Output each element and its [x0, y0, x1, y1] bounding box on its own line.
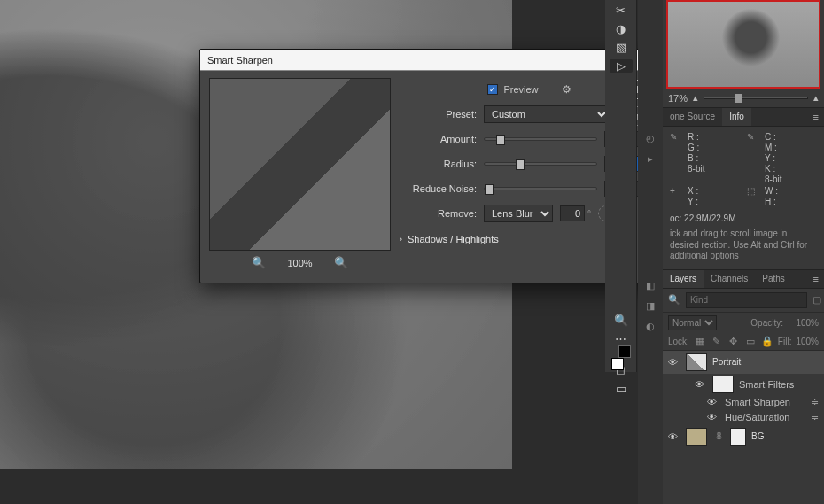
filter-blend-icon[interactable]: ≑: [811, 397, 819, 408]
check-icon: ✓: [487, 84, 498, 95]
layers-tabs: Layers Channels Paths ≡: [663, 269, 824, 289]
more-icon[interactable]: ⋯: [610, 332, 633, 345]
layers-menu-icon[interactable]: ≡: [808, 270, 824, 288]
nav-zoom-in-icon[interactable]: ▴: [813, 92, 819, 104]
swatches-panel-icon[interactable]: ◧: [644, 280, 657, 291]
lock-paint-icon[interactable]: ✎: [711, 336, 723, 347]
remove-angle-input[interactable]: [560, 205, 585, 221]
navigator-thumbnail[interactable]: [666, 0, 820, 89]
chevron-right-icon: ›: [400, 235, 402, 244]
layer-filter-input[interactable]: [686, 292, 807, 308]
panel-menu-icon[interactable]: ≡: [808, 108, 824, 126]
right-panels: 17% ▴ ▴ one Source Info ≡ ✎ R : G : B : …: [663, 0, 824, 504]
info-readout: ✎ R : G : B : 8-bit ✎ C : M : Y : K : 8-…: [663, 127, 824, 212]
eyedropper-tool-icon[interactable]: ◑: [610, 22, 633, 35]
filter-pixel-icon[interactable]: ▢: [812, 294, 821, 306]
preview-image[interactable]: [209, 78, 391, 251]
zoom-tool-icon[interactable]: 🔍: [610, 314, 633, 327]
nav-zoom-out-icon[interactable]: ▴: [693, 92, 698, 104]
actions-panel-icon[interactable]: ▸: [644, 153, 657, 165]
amount-label: Amount:: [400, 134, 484, 144]
radius-slider[interactable]: [484, 162, 597, 166]
visibility-icon[interactable]: 👁: [707, 412, 719, 423]
tab-channels[interactable]: Channels: [704, 270, 755, 288]
crosshair-icon: +: [670, 186, 682, 206]
preset-select[interactable]: Custom: [484, 105, 610, 123]
tab-clone-source[interactable]: one Source: [663, 108, 722, 126]
layer-thumb[interactable]: [686, 353, 707, 371]
search-icon[interactable]: 🔍: [668, 294, 680, 306]
visibility-icon[interactable]: 👁: [668, 357, 680, 368]
history-panel-icon[interactable]: ◴: [644, 133, 657, 144]
lock-all-icon[interactable]: 🔒: [761, 336, 773, 347]
eyedropper-icon: ✎: [670, 132, 682, 184]
gear-icon[interactable]: ⚙: [562, 83, 571, 96]
dimensions-icon: ⬚: [747, 186, 759, 206]
zoom-out-icon[interactable]: 🔍: [252, 256, 266, 269]
lock-pos-icon[interactable]: ✥: [727, 336, 740, 347]
preset-label: Preset:: [400, 109, 484, 120]
adjustments-panel-icon[interactable]: ◐: [644, 321, 657, 332]
link-icon[interactable]: 𝟠: [712, 430, 725, 442]
filter-blend-icon[interactable]: ≑: [811, 412, 819, 423]
zoom-percent: 100%: [287, 258, 312, 268]
zoom-in-icon[interactable]: 🔍: [334, 256, 348, 269]
info-hint: ick and drag to scroll image in desired …: [663, 225, 824, 269]
layer-row-portrait[interactable]: 👁 Portrait: [663, 351, 824, 374]
tab-paths[interactable]: Paths: [755, 270, 792, 288]
preview-checkbox[interactable]: ✓ Preview: [487, 84, 538, 95]
crop-tool-icon[interactable]: ✂: [610, 4, 633, 17]
navigator-zoom-slider[interactable]: [704, 97, 808, 99]
mask-thumb[interactable]: [712, 376, 734, 393]
doc-size: oc: 22.9M/22.9M: [663, 212, 824, 225]
dialog-title-text: Smart Sharpen: [207, 50, 273, 71]
foreground-swatch[interactable]: [611, 358, 624, 370]
noise-slider[interactable]: [484, 187, 597, 190]
remove-label: Remove:: [400, 208, 484, 219]
mask-thumb[interactable]: [730, 428, 746, 446]
opacity-value[interactable]: 100%: [789, 318, 819, 328]
fill-value[interactable]: 100%: [796, 337, 819, 346]
filter-smart-sharpen[interactable]: 👁 Smart Sharpen ≑: [689, 395, 824, 410]
visibility-icon[interactable]: 👁: [707, 397, 719, 407]
radius-label: Radius:: [400, 159, 484, 169]
layer-thumb[interactable]: [686, 428, 707, 446]
amount-slider[interactable]: [484, 137, 597, 141]
visibility-icon[interactable]: 👁: [668, 431, 680, 442]
background-swatch[interactable]: [618, 345, 631, 358]
dialog-titlebar[interactable]: Smart Sharpen ✕: [200, 50, 668, 71]
pen-tool-icon[interactable]: ▷: [610, 59, 633, 73]
info-tabs: one Source Info ≡: [663, 107, 824, 127]
eyedropper2-icon: ✎: [747, 132, 759, 184]
filter-hue-saturation[interactable]: 👁 Hue/Saturation ≑: [689, 410, 824, 425]
screenmode-icon[interactable]: ▭: [610, 382, 633, 395]
blend-mode-select[interactable]: Normal: [668, 315, 717, 330]
lock-nest-icon[interactable]: ▭: [744, 336, 757, 347]
layer-row-bg[interactable]: 👁 𝟠 BG: [663, 425, 824, 448]
remove-select[interactable]: Lens Blur: [484, 205, 553, 222]
tools-toolbar: ✂ ◑ ▧ ▷ 🔍 ⋯ ◻ ▭: [605, 0, 637, 372]
tab-info[interactable]: Info: [722, 108, 751, 126]
tab-layers[interactable]: Layers: [663, 270, 704, 288]
styles-panel-icon[interactable]: ◨: [644, 300, 657, 312]
navigator-zoom-pct: 17%: [668, 93, 688, 104]
ruler-tool-icon[interactable]: ▧: [610, 41, 633, 54]
smart-filters-row[interactable]: 👁 Smart Filters: [689, 374, 824, 395]
visibility-icon[interactable]: 👁: [695, 379, 707, 390]
lock-trans-icon[interactable]: ▦: [694, 336, 706, 347]
noise-label: Reduce Noise:: [400, 183, 484, 194]
collapsed-panels-strip: ◴ ▸ ◧ ◨ ◐: [638, 0, 663, 504]
smart-sharpen-dialog: Smart Sharpen ✕ OK Cancel 🔍 100% 🔍 ✓ Pre…: [199, 49, 669, 283]
